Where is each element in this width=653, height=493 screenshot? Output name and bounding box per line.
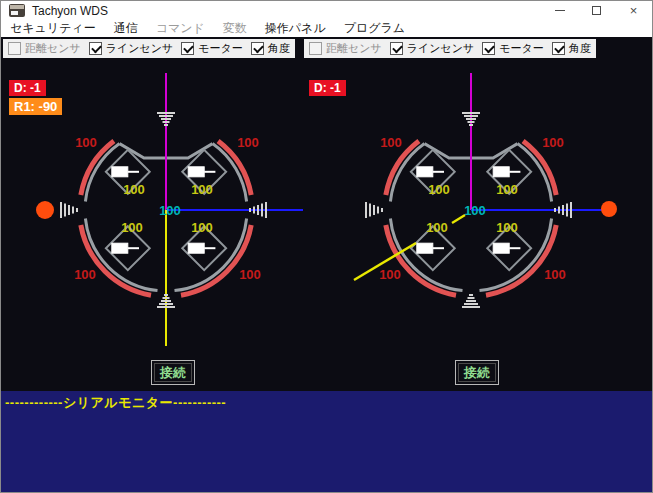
- checkbox-angle-right[interactable]: 角度: [552, 41, 591, 56]
- checkbox-label: 角度: [268, 41, 290, 56]
- emission-glyph-south: [462, 295, 480, 307]
- motor-value-sw: 100: [121, 220, 143, 235]
- distance-value-se: 100: [239, 267, 261, 282]
- maximize-icon: [592, 6, 601, 15]
- robot-gauge-left: 100 100 100 100 100 100 100 100 100: [56, 63, 316, 353]
- motor-value-nw: 100: [123, 182, 145, 197]
- checkbox-label: モーター: [499, 41, 544, 56]
- checkbox-box: [181, 42, 194, 55]
- menu-command[interactable]: コマンド: [147, 20, 214, 37]
- menu-comm[interactable]: 通信: [105, 20, 147, 37]
- distance-value-sw: 100: [74, 267, 96, 282]
- serial-monitor[interactable]: ------------シリアルモニター-----------: [1, 391, 652, 493]
- motor-value-ne: 100: [191, 182, 213, 197]
- checkbox-box: [552, 42, 565, 55]
- checkbox-label: 距離センサ: [326, 41, 382, 56]
- serial-monitor-header: ------------シリアルモニター-----------: [5, 394, 226, 412]
- distance-badge-left: D: -1: [9, 80, 46, 96]
- distance-value-sw: 100: [379, 267, 401, 282]
- checkbox-label: 角度: [569, 41, 591, 56]
- distance-value-ne: 100: [237, 135, 259, 150]
- checkbox-box: [89, 42, 102, 55]
- checkbox-label: 距離センサ: [25, 41, 81, 56]
- menu-program[interactable]: プログラム: [335, 20, 414, 37]
- sensor-toggle-strip-right: 距離センサ ラインセンサ モーター 角度: [304, 39, 596, 58]
- menu-bar: セキュリティー 通信 コマンド 変数 操作パネル プログラム: [1, 20, 652, 37]
- minimize-button[interactable]: [541, 1, 578, 20]
- app-window: Tachyon WDS × セキュリティー 通信 コマンド 変数 操作パネル プ…: [0, 0, 653, 493]
- checkbox-motor-left[interactable]: モーター: [181, 41, 243, 56]
- checkbox-distance-sensor-left[interactable]: 距離センサ: [8, 41, 81, 56]
- window-title: Tachyon WDS: [32, 4, 108, 18]
- motor-value-ne: 100: [496, 182, 518, 197]
- center-value: 100: [464, 203, 486, 218]
- menu-operation-panel[interactable]: 操作パネル: [256, 20, 335, 37]
- app-icon: [9, 4, 25, 17]
- checkbox-label: モーター: [198, 41, 243, 56]
- emission-glyph-west: [366, 202, 382, 218]
- robot-gauge-right: 100 100 100 100 100 100 100 100 100: [346, 63, 621, 313]
- motor-value-se: 100: [191, 220, 213, 235]
- checkbox-line-sensor-left[interactable]: ラインセンサ: [89, 41, 174, 56]
- checkbox-box: [8, 42, 21, 55]
- checkbox-label: ラインセンサ: [106, 41, 174, 56]
- window-controls: ×: [541, 1, 652, 20]
- marker-dot-right: [601, 201, 617, 217]
- motor-value-nw: 100: [428, 182, 450, 197]
- close-button[interactable]: ×: [615, 1, 652, 20]
- checkbox-angle-left[interactable]: 角度: [251, 41, 290, 56]
- distance-value-se: 100: [544, 267, 566, 282]
- distance-value-nw: 100: [380, 135, 402, 150]
- rotation-badge-left: R1: -90: [9, 98, 62, 115]
- checkbox-box: [251, 42, 264, 55]
- distance-value-nw: 100: [75, 135, 97, 150]
- motor-value-sw: 100: [426, 220, 448, 235]
- distance-value-ne: 100: [542, 135, 564, 150]
- center-value: 100: [159, 203, 181, 218]
- motor-value-se: 100: [496, 220, 518, 235]
- emission-glyph-west: [61, 202, 77, 218]
- maximize-button[interactable]: [578, 1, 615, 20]
- title-bar: Tachyon WDS ×: [1, 1, 652, 20]
- marker-dot-left: [36, 201, 54, 219]
- checkbox-box: [482, 42, 495, 55]
- checkbox-line-sensor-right[interactable]: ラインセンサ: [390, 41, 475, 56]
- sensor-toggle-strip-left: 距離センサ ラインセンサ モーター 角度: [3, 39, 295, 58]
- menu-variables[interactable]: 変数: [214, 20, 256, 37]
- checkbox-distance-sensor-right[interactable]: 距離センサ: [309, 41, 382, 56]
- minimize-icon: [555, 10, 565, 11]
- connect-button-right[interactable]: 接続: [455, 360, 499, 385]
- checkbox-motor-right[interactable]: モーター: [482, 41, 544, 56]
- connect-button-left[interactable]: 接続: [151, 360, 195, 385]
- checkbox-label: ラインセンサ: [407, 41, 475, 56]
- menu-security[interactable]: セキュリティー: [1, 20, 105, 37]
- checkbox-box: [390, 42, 403, 55]
- checkbox-box: [309, 42, 322, 55]
